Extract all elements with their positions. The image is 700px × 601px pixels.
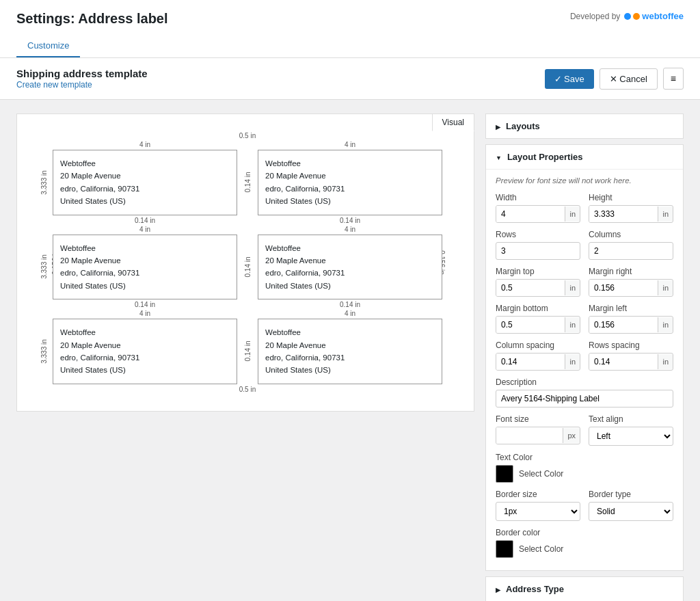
create-template-link[interactable]: Create new template xyxy=(16,80,92,90)
section-title: Shipping address template xyxy=(16,68,148,79)
row-2-col-2: Webtoffee 20 Maple Avenue edro, Californ… xyxy=(258,235,442,300)
inter-col-2-label: 0.14 in xyxy=(237,235,258,300)
app-header: Settings: Address label Developed by web… xyxy=(0,0,700,58)
columns-label: Columns xyxy=(589,230,673,239)
layouts-header[interactable]: Layouts xyxy=(486,114,683,138)
border-size-group: Border size 1px 2px 3px xyxy=(496,490,580,521)
tab-customize[interactable]: Customize xyxy=(16,35,80,57)
row-3: 4 in 4 in 3.333 in Webtoffee 20 Maple Av… xyxy=(53,310,442,384)
row-1-col1-top: 4 in xyxy=(53,141,237,150)
address-type-chevron-icon xyxy=(496,584,500,594)
main-content: Visual 0.5 in 0.156 in 0.156 in 4 in 4 i… xyxy=(0,100,700,601)
margin-bottom-input[interactable] xyxy=(496,317,565,333)
label-cell-2-1: Webtoffee 20 Maple Avenue edro, Californ… xyxy=(53,235,237,300)
text-align-select[interactable]: Left Center Right xyxy=(589,427,673,446)
columns-group: Columns xyxy=(589,230,673,260)
width-unit: in xyxy=(565,206,580,222)
dim-row3-left: 3.333 in xyxy=(40,339,48,364)
border-color-select-label[interactable]: Select Color xyxy=(519,544,563,554)
margin-right-input-wrap: in xyxy=(589,279,673,297)
row-3-col-2: Webtoffee 20 Maple Avenue edro, Californ… xyxy=(258,319,442,384)
border-type-label: Border type xyxy=(589,490,673,499)
width-input-wrap: in xyxy=(496,205,580,223)
label-cell-3-2: Webtoffee 20 Maple Avenue edro, Californ… xyxy=(258,319,442,384)
border-type-select[interactable]: Solid Dashed Dotted xyxy=(589,502,673,521)
col-spacing-input-wrap: in xyxy=(496,353,580,371)
text-color-swatch[interactable] xyxy=(496,465,513,483)
row-spacing-input[interactable] xyxy=(589,353,658,370)
text-color-select-label[interactable]: Select Color xyxy=(519,469,563,479)
row-3-col-1: Webtoffee 20 Maple Avenue edro, Californ… xyxy=(53,319,237,384)
spacing-row: Column spacing in Rows spacing in xyxy=(496,340,673,371)
visual-tab[interactable]: Visual xyxy=(432,113,474,131)
height-input[interactable] xyxy=(589,206,658,222)
border-type-group: Border type Solid Dashed Dotted xyxy=(589,490,673,521)
height-label: Height xyxy=(589,193,673,202)
margin-right-input[interactable] xyxy=(589,280,658,296)
right-panel: Layouts Layout Properties Preview for fo… xyxy=(485,113,684,601)
margin-top-label: Margin top xyxy=(496,267,580,276)
row-1-col2-top: 4 in xyxy=(258,141,442,150)
border-color-swatch[interactable] xyxy=(496,540,513,558)
between-row-2-3: 0.14 in 0.14 in xyxy=(53,299,442,310)
width-input[interactable] xyxy=(496,206,565,222)
margin-left-input[interactable] xyxy=(589,317,658,333)
notice-text: Preview for font size will not work here… xyxy=(496,176,673,185)
dim-between-row-1-2-right: 0.14 in xyxy=(258,215,442,226)
row-spacing-unit: in xyxy=(658,354,673,369)
border-color-row: Select Color xyxy=(496,540,673,558)
layout-props-title: Layout Properties xyxy=(507,152,583,162)
description-label: Description xyxy=(496,377,673,387)
row-2-col-1: Webtoffee 20 Maple Avenue edro, Californ… xyxy=(53,235,237,300)
save-button[interactable]: ✓ Save xyxy=(545,69,594,89)
label-cell-2-2: Webtoffee 20 Maple Avenue edro, Californ… xyxy=(258,235,442,300)
margin-bottom-left-row: Margin bottom in Margin left in xyxy=(496,304,673,334)
border-size-select[interactable]: 1px 2px 3px xyxy=(496,502,580,521)
col-spacing-group: Column spacing in xyxy=(496,340,580,371)
rows-input[interactable] xyxy=(496,242,580,260)
border-size-type-row: Border size 1px 2px 3px Border type Soli… xyxy=(496,490,673,521)
col-spacing-input[interactable] xyxy=(496,353,565,370)
col-spacing-label: Column spacing xyxy=(496,340,580,350)
layouts-title: Layouts xyxy=(506,121,540,131)
label-cell-3-1: Webtoffee 20 Maple Avenue edro, Californ… xyxy=(53,319,237,384)
margin-left-group: Margin left in xyxy=(589,304,673,334)
section-title-group: Shipping address template Create new tem… xyxy=(16,68,148,90)
margin-top-input-wrap: in xyxy=(496,279,580,297)
cancel-button[interactable]: ✕ Cancel xyxy=(600,68,658,90)
inter-col-1-label: 0.14 in xyxy=(237,150,258,215)
margin-left-input-wrap: in xyxy=(589,316,673,334)
row-3-top-labels: 4 in 4 in xyxy=(53,310,442,319)
font-size-input[interactable] xyxy=(496,427,563,444)
row-3-col2-top: 4 in xyxy=(258,310,442,319)
margin-right-unit: in xyxy=(658,280,673,295)
dim-between-row-2-3-left: 0.14 in xyxy=(53,299,237,310)
row-3-col1-top: 4 in xyxy=(53,310,237,319)
dim-row2-left: 3.333 in xyxy=(40,255,48,280)
description-input[interactable] xyxy=(496,390,673,408)
logo-dot-blue-icon xyxy=(624,13,631,20)
dim-row1-left: 3.333 in xyxy=(40,170,48,195)
margin-right-group: Margin right in xyxy=(589,267,673,297)
margin-left-label: Margin left xyxy=(589,304,673,313)
row-1: 4 in 4 in 3.333 in Webtoffee 20 Maple Av… xyxy=(53,141,442,215)
row-1-cells: 3.333 in Webtoffee 20 Maple Avenue edro,… xyxy=(53,150,442,215)
address-type-header[interactable]: Address Type xyxy=(486,577,683,601)
row-2: 4 in 4 in 3.333 in Webtoffee 20 Maple Av… xyxy=(53,226,442,300)
columns-input[interactable] xyxy=(589,242,673,260)
margin-bottom-input-wrap: in xyxy=(496,316,580,334)
height-group: Height in xyxy=(589,193,673,223)
menu-button[interactable]: ≡ xyxy=(663,68,684,90)
label-cell-1-1: Webtoffee 20 Maple Avenue edro, Californ… xyxy=(53,150,237,215)
dim-between-row-2-3-right: 0.14 in xyxy=(258,299,442,310)
layout-props-header[interactable]: Layout Properties xyxy=(486,145,683,169)
margin-top-input[interactable] xyxy=(496,280,565,296)
margin-left-unit: in xyxy=(658,317,673,332)
margin-right-label: Margin right xyxy=(589,267,673,276)
address-type-title: Address Type xyxy=(506,584,564,594)
section-actions: ✓ Save ✕ Cancel ≡ xyxy=(545,68,684,90)
font-size-input-wrap: px xyxy=(496,427,580,444)
dim-between-row-1-2-left: 0.14 in xyxy=(53,215,237,226)
font-size-group: Font size px xyxy=(496,414,580,446)
margin-bottom-group: Margin bottom in xyxy=(496,304,580,334)
